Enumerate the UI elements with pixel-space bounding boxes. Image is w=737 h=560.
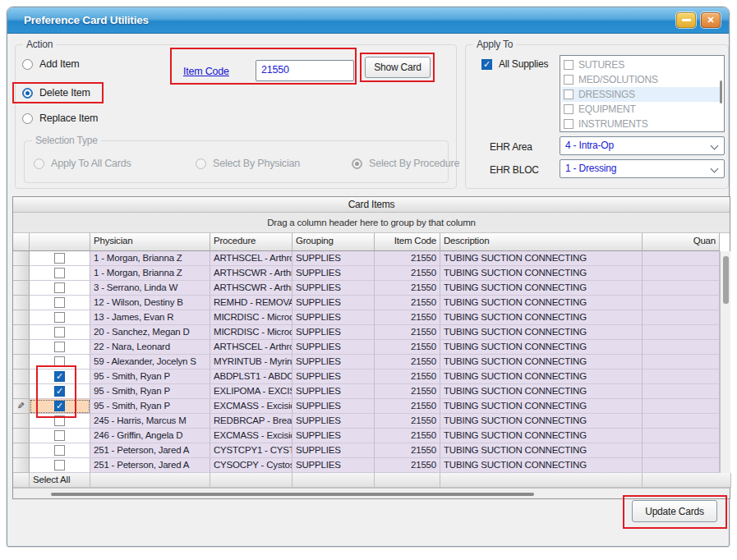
group-by-hint-bar[interactable]: Drag a column header here to group by th…: [13, 213, 730, 233]
table-row[interactable]: 22 - Nara, LeonardARTHSCEL - ArthrosSUPP…: [13, 340, 731, 355]
grid-cell: [643, 429, 720, 443]
supplies-listbox[interactable]: SUTURESMED/SOLUTIONSDRESSINGSEQUIPMENTIN…: [560, 55, 725, 132]
horizontal-scrollbar[interactable]: [13, 488, 730, 498]
table-row[interactable]: 20 - Sanchez, Megan DMICRDISC - Microdis…: [13, 325, 731, 340]
header-quantity[interactable]: Quan: [643, 233, 720, 251]
item-code-input[interactable]: 21550: [256, 60, 354, 81]
table-row[interactable]: 95 - Smith, Ryan PEXLIPOMA - EXCISISUPPL…: [13, 384, 731, 399]
supplies-scrollbar-thumb[interactable]: [720, 80, 722, 103]
radio-replace-item[interactable]: Replace Item: [22, 112, 98, 124]
row-checkbox-cell[interactable]: [30, 325, 90, 340]
item-code-link[interactable]: Item Code: [183, 66, 229, 77]
row-checkbox-cell[interactable]: [30, 251, 90, 266]
row-checkbox-cell[interactable]: [30, 414, 90, 429]
supply-item[interactable]: DRESSINGS: [562, 87, 722, 102]
supply-label: SUTURES: [578, 59, 624, 71]
row-checkbox[interactable]: [54, 312, 65, 323]
ehr-bloc-select[interactable]: 1 - Dressing: [560, 159, 725, 178]
all-supplies-checkbox[interactable]: [481, 59, 492, 70]
header-procedure[interactable]: Procedure: [210, 233, 292, 251]
supply-checkbox[interactable]: [564, 75, 573, 85]
row-checkbox-cell[interactable]: [30, 310, 90, 325]
supply-item[interactable]: INSTRUMENTS: [562, 117, 722, 131]
table-row[interactable]: 1 - Morgan, Brianna ZARTHSCWR - ArthroSU…: [13, 266, 731, 281]
table-row[interactable]: 59 - Alexander, Jocelyn SMYRINTUB - Myri…: [13, 355, 731, 370]
radio-delete-item[interactable]: Delete Item: [22, 87, 90, 99]
grid-cell: SUPPLIES: [292, 384, 375, 399]
row-checkbox-cell[interactable]: [30, 266, 90, 281]
row-checkbox-cell[interactable]: [30, 384, 90, 399]
header-physician[interactable]: Physician: [90, 233, 210, 251]
row-checkbox-cell[interactable]: [30, 355, 90, 370]
supply-item[interactable]: EQUIPMENT: [562, 102, 722, 117]
radio-select-by-physician[interactable]: Select By Physician: [196, 158, 300, 169]
select-all-row[interactable]: Select All: [13, 473, 731, 488]
table-row[interactable]: 246 - Griffin, Angela DEXCMASS - Excisio…: [13, 429, 731, 443]
radio-add-item[interactable]: Add Item: [22, 58, 79, 70]
row-checkbox[interactable]: [54, 342, 65, 352]
supply-item[interactable]: SUTURES: [562, 57, 722, 72]
table-row[interactable]: 251 - Peterson, Jared ACYSOCPY - Cystosc…: [13, 458, 731, 473]
select-by-physician-radio-icon[interactable]: [196, 158, 206, 169]
table-row[interactable]: 12 - Wilson, Destiny BREMHD - REMOVASUPP…: [13, 296, 731, 310]
row-checkbox-cell[interactable]: [30, 458, 90, 473]
ehr-area-select[interactable]: 4 - Intra-Op: [560, 136, 725, 155]
all-supplies-checkbox-row[interactable]: All Supplies: [481, 58, 548, 70]
update-cards-button[interactable]: Update Cards: [632, 500, 717, 522]
row-checkbox[interactable]: [54, 445, 65, 456]
select-all-button[interactable]: Select All: [30, 473, 90, 488]
grid-cell: [643, 281, 720, 296]
row-checkbox[interactable]: [54, 371, 65, 382]
table-row[interactable]: 245 - Harris, Marcus MREDBRCAP - BreastS…: [13, 414, 731, 429]
row-checkbox[interactable]: [54, 268, 65, 278]
radio-select-by-procedure[interactable]: Select By Procedure: [352, 158, 459, 169]
row-checkbox-cell[interactable]: [30, 296, 90, 310]
table-row[interactable]: ✎95 - Smith, Ryan PEXCMASS - ExcisionSUP…: [13, 399, 731, 414]
row-checkbox-cell[interactable]: [30, 443, 90, 458]
show-card-button[interactable]: Show Card: [365, 57, 431, 78]
supply-checkbox[interactable]: [564, 119, 573, 129]
table-row[interactable]: 13 - James, Evan RMICRDISC - MicrodisSUP…: [13, 310, 731, 325]
apply-all-cards-radio-icon[interactable]: [34, 158, 44, 169]
supply-checkbox[interactable]: [564, 90, 573, 99]
row-checkbox[interactable]: [54, 386, 65, 397]
vertical-scrollbar-thumb[interactable]: [723, 256, 729, 304]
header-checkbox[interactable]: [30, 233, 90, 251]
supply-checkbox[interactable]: [564, 60, 573, 70]
supply-item[interactable]: MED/SOLUTIONS: [562, 72, 722, 87]
header-description[interactable]: Description: [440, 233, 643, 251]
table-row[interactable]: 251 - Peterson, Jared ACYSTCPY1 - CYSTOS…: [13, 443, 731, 458]
row-checkbox[interactable]: [54, 297, 65, 308]
row-checkbox[interactable]: [54, 356, 65, 367]
horizontal-scrollbar-thumb[interactable]: [51, 493, 534, 496]
close-button[interactable]: ✕: [701, 12, 721, 28]
table-row[interactable]: 95 - Smith, Ryan PABDPLST1 - ABDOISUPPLI…: [13, 370, 731, 384]
radio-apply-all-cards[interactable]: Apply To All Cards: [34, 158, 131, 169]
table-row[interactable]: 1 - Morgan, Brianna ZARTHSCEL - ArthrosS…: [13, 251, 731, 266]
row-checkbox[interactable]: [54, 401, 65, 411]
row-checkbox[interactable]: [54, 415, 65, 426]
row-checkbox[interactable]: [54, 327, 65, 337]
ehr-bloc-value: 1 - Dressing: [565, 163, 616, 174]
row-checkbox-cell[interactable]: [30, 340, 90, 355]
add-item-radio-icon[interactable]: [22, 59, 33, 70]
replace-item-radio-icon[interactable]: [22, 113, 33, 124]
grid-cell: TUBING SUCTION CONNECTING: [440, 266, 643, 281]
header-item-code[interactable]: Item Code: [375, 233, 440, 251]
row-checkbox-cell[interactable]: [30, 281, 90, 296]
row-checkbox-cell[interactable]: [30, 429, 90, 443]
row-checkbox[interactable]: [54, 460, 65, 470]
row-checkbox-cell[interactable]: [30, 399, 90, 414]
row-checkbox[interactable]: [54, 430, 65, 441]
supply-checkbox[interactable]: [564, 104, 573, 114]
table-row[interactable]: 3 - Serrano, Linda WARTHSCWR - ArthroSUP…: [13, 281, 731, 296]
delete-item-radio-icon[interactable]: [22, 88, 33, 99]
header-grouping[interactable]: Grouping: [292, 233, 375, 251]
row-indicator: [13, 266, 30, 281]
row-checkbox[interactable]: [54, 253, 65, 264]
row-checkbox-cell[interactable]: [30, 370, 90, 384]
minimize-button[interactable]: [676, 12, 696, 28]
vertical-scrollbar[interactable]: [720, 251, 730, 473]
row-checkbox[interactable]: [54, 282, 65, 293]
select-by-procedure-radio-icon[interactable]: [352, 158, 362, 169]
